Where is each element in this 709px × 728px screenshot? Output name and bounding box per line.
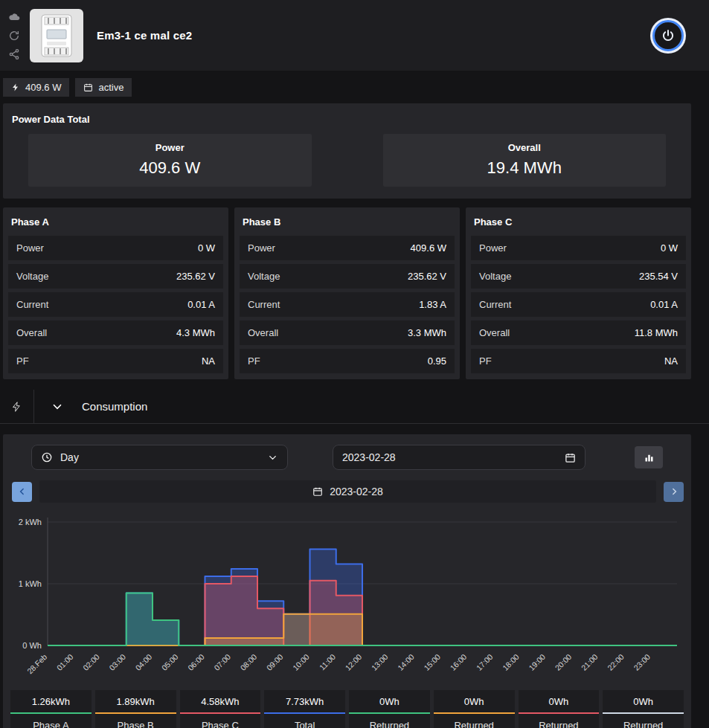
svg-text:07:00: 07:00 — [212, 652, 232, 672]
power-badge-value: 409.6 W — [25, 82, 61, 93]
total-overall-label: Overall — [389, 142, 661, 153]
phase-row-label: Power — [16, 242, 44, 254]
consumption-section-header: Consumption — [0, 390, 709, 424]
phase-a-title: Phase A — [8, 214, 223, 236]
stat-label: Returned — [603, 714, 684, 728]
cloud-icon — [8, 11, 20, 23]
phase-row-value: 3.3 MWh — [408, 327, 446, 338]
stat-phase-b: 1.89kWhPhase B — [95, 690, 176, 728]
chart-type-button[interactable] — [635, 446, 663, 468]
phase-row-label: PF — [16, 355, 29, 367]
total-power-value: 409.6 W — [34, 158, 306, 178]
chart-svg: 0 Wh1 kWh2 kWh28.Feb01:0002:0003:0004:00… — [7, 512, 688, 689]
phase-row: Power0 W — [471, 236, 686, 260]
stat-value: 7.73kWh — [264, 690, 345, 712]
clock-icon — [41, 451, 53, 463]
phase-row-value: NA — [664, 355, 678, 367]
stat-value: 0Wh — [434, 690, 515, 712]
phase-row-label: Current — [479, 299, 511, 310]
stat-label: Returned — [519, 714, 600, 728]
phase-row-label: Overall — [248, 327, 278, 338]
phase-row-label: PF — [248, 355, 260, 367]
current-date-value: 2023-02-28 — [330, 486, 383, 497]
power-icon — [661, 28, 676, 43]
svg-text:10:00: 10:00 — [291, 652, 311, 672]
stat-phase-a: 1.26kWhPhase A — [10, 690, 92, 728]
phase-row: Overall4.3 MWh — [8, 320, 223, 345]
phase-row-label: Voltage — [479, 271, 511, 282]
badge-row: 409.6 W active — [0, 71, 709, 103]
phase-a-card: Phase A Power0 W Voltage235.62 V Current… — [3, 207, 228, 379]
header-icon-column — [0, 11, 28, 60]
phase-row-label: Current — [16, 299, 48, 310]
stat-returned-b: 0WhReturned — [434, 690, 515, 728]
phase-row: Voltage235.62 V — [8, 264, 223, 289]
phase-b-title: Phase B — [240, 214, 455, 236]
svg-text:02:00: 02:00 — [81, 652, 101, 672]
svg-text:15:00: 15:00 — [422, 652, 442, 672]
stat-label: Returned — [434, 714, 515, 728]
svg-text:09:00: 09:00 — [265, 652, 285, 672]
stat-value: 4.58kWh — [180, 690, 261, 712]
stat-label: Phase B — [95, 714, 176, 728]
stat-label: Total — [264, 714, 345, 728]
svg-text:20:00: 20:00 — [553, 652, 573, 672]
share-icon[interactable] — [8, 48, 20, 60]
date-picker[interactable] — [333, 445, 586, 470]
phase-row-label: Voltage — [16, 271, 48, 282]
phase-row-label: PF — [479, 355, 492, 367]
svg-text:2 kWh: 2 kWh — [19, 518, 42, 526]
collapse-chevron-icon[interactable] — [51, 400, 64, 413]
phase-row: PFNA — [8, 349, 223, 373]
period-select-value: Day — [60, 451, 79, 463]
bolt-outline-icon — [0, 390, 34, 423]
phase-row: Voltage235.54 V — [471, 264, 686, 289]
phase-row-value: 235.62 V — [176, 271, 215, 282]
svg-text:22:00: 22:00 — [606, 652, 626, 672]
consumption-controls: Day — [3, 434, 691, 477]
header-bar: Em3-1 ce mal ce2 — [0, 0, 709, 71]
phase-row-label: Overall — [16, 327, 47, 338]
date-input[interactable] — [342, 451, 557, 463]
stat-returned-c: 0WhReturned — [519, 690, 600, 728]
phase-row-value: 0.01 A — [187, 299, 215, 310]
phase-row: Power409.6 W — [240, 236, 455, 260]
stat-label: Returned — [349, 714, 430, 728]
svg-text:06:00: 06:00 — [186, 652, 206, 672]
svg-text:04:00: 04:00 — [133, 652, 153, 672]
stat-label: Phase A — [10, 714, 92, 728]
phase-row: Overall3.3 MWh — [240, 320, 455, 345]
period-select[interactable]: Day — [31, 445, 288, 470]
refresh-icon[interactable] — [8, 30, 20, 42]
svg-text:1 kWh: 1 kWh — [19, 579, 42, 588]
svg-text:13:00: 13:00 — [370, 652, 390, 672]
status-badge-value: active — [98, 82, 123, 93]
power-data-total-card: Power Data Total Power 409.6 W Overall 1… — [3, 103, 691, 199]
power-button[interactable] — [652, 20, 684, 51]
consumption-title: Consumption — [82, 400, 147, 413]
total-power-label: Power — [34, 142, 306, 153]
svg-text:11:00: 11:00 — [318, 652, 338, 672]
phase-row-value: 409.6 W — [411, 242, 446, 254]
svg-text:19:00: 19:00 — [527, 652, 547, 672]
phase-row-value: 235.62 V — [408, 271, 446, 282]
power-data-total-title: Power Data Total — [3, 111, 691, 134]
total-overall-box: Overall 19.4 MWh — [383, 134, 667, 187]
calendar-icon — [83, 83, 93, 92]
calendar-icon — [312, 486, 323, 497]
stat-label: Phase C — [180, 714, 261, 728]
svg-text:16:00: 16:00 — [448, 652, 468, 672]
phase-row-value: 0.95 — [428, 355, 446, 367]
phase-row-label: Voltage — [248, 271, 280, 282]
phase-row-value: 235.54 V — [639, 271, 678, 282]
phase-c-title: Phase C — [471, 214, 686, 236]
phase-row-value: 0.01 A — [650, 299, 678, 310]
date-navigation-row: 2023-02-28 — [3, 477, 691, 507]
next-day-button[interactable] — [664, 482, 684, 502]
phase-row: Current0.01 A — [471, 292, 686, 317]
phase-row: Current0.01 A — [8, 292, 223, 317]
device-title: Em3-1 ce mal ce2 — [97, 29, 192, 42]
phase-row: PFNA — [471, 349, 686, 373]
previous-day-button[interactable] — [12, 482, 32, 502]
stat-value: 0Wh — [603, 690, 684, 712]
